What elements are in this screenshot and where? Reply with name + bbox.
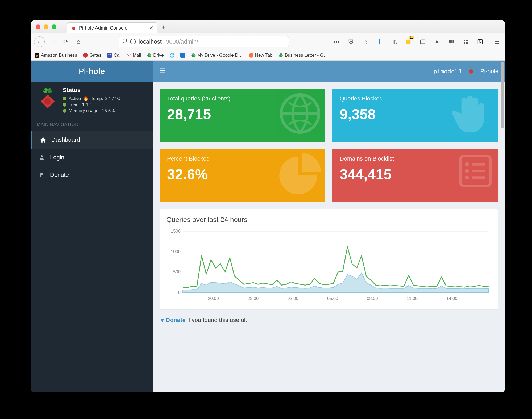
extension-badge-count: 13 — [409, 36, 414, 39]
hamburger-menu-button[interactable] — [493, 37, 502, 46]
temp-value: 27.7 °C — [105, 96, 120, 101]
piechart-icon — [277, 151, 323, 197]
svg-text:500: 500 — [173, 270, 181, 274]
card-queries-blocked[interactable]: Queries Blocked 9,358 — [332, 89, 498, 142]
status-active: Active — [69, 96, 81, 101]
bookmark-item[interactable]: Gates — [83, 53, 101, 58]
bookmark-item[interactable]: 26Cal — [107, 53, 120, 58]
home-button[interactable]: ⌂ — [74, 37, 83, 46]
bookmark-item[interactable]: Business Letter - G… — [279, 53, 328, 58]
browser-window: Pi-hole Admin Console ✕ ＋ ← → ⟳ ⌂ ⓘ loca… — [31, 20, 505, 392]
gmail-icon — [126, 53, 131, 58]
sidebar-item-label: Dashboard — [51, 136, 80, 143]
svg-text:23:00: 23:00 — [248, 296, 259, 301]
content: Total queries (25 clients) 28,715 Querie… — [153, 82, 505, 330]
donate-text: if you found this useful. — [186, 317, 247, 323]
brand-logo[interactable]: Pi-hole — [31, 61, 153, 82]
bookmark-item[interactable]: New Tab — [249, 53, 273, 58]
back-button[interactable]: ← — [34, 36, 45, 47]
pocket-icon[interactable] — [346, 37, 355, 46]
drive-icon — [147, 53, 152, 58]
donate-footer: ♥Donate if you found this useful. — [160, 317, 498, 324]
account-icon[interactable] — [433, 37, 442, 46]
overflow-ext2-icon[interactable] — [461, 37, 470, 46]
tab-close-button[interactable]: ✕ — [149, 25, 153, 31]
hostname-label[interactable]: pimodel3 — [434, 68, 462, 75]
sidebar-toggle-button[interactable] — [159, 67, 166, 76]
window-traffic-lights — [36, 24, 56, 29]
svg-text:02:00: 02:00 — [287, 296, 298, 301]
bookmark-item[interactable]: Drive — [147, 53, 164, 58]
status-panel: Status Active 🔥 Temp: 27.7 °C Load: 1 1 … — [31, 82, 153, 118]
window-minimize-button[interactable] — [44, 24, 48, 29]
svg-rect-2 — [421, 40, 425, 44]
svg-point-10 — [41, 155, 43, 157]
bookmark-label: My Drive - Google D… — [197, 53, 243, 58]
bookmark-item[interactable] — [170, 53, 174, 58]
sidebar-toggle-icon[interactable] — [418, 37, 427, 46]
brand-label[interactable]: Pi-hole — [480, 68, 498, 75]
svg-point-13 — [465, 162, 469, 166]
status-dot-icon — [63, 103, 66, 107]
reload-button[interactable]: ⟳ — [61, 37, 70, 46]
flame-icon: 🔥 — [83, 96, 89, 101]
notion-icon[interactable] — [476, 37, 485, 46]
sidebar-item-dashboard[interactable]: Dashboard — [31, 131, 153, 149]
bookmark-star-icon[interactable]: ☆ — [361, 37, 370, 46]
sidebar: Pi-hole Status Active 🔥 — [31, 61, 153, 392]
svg-text:1500: 1500 — [171, 229, 181, 233]
bookmark-item[interactable]: aAmazon Business — [35, 53, 77, 58]
sidebar-item-donate[interactable]: Donate — [31, 166, 153, 184]
window-close-button[interactable] — [36, 24, 40, 29]
svg-point-14 — [465, 169, 469, 173]
sidebar-item-login[interactable]: Login — [31, 149, 153, 166]
heart-icon: ♥ — [161, 317, 164, 323]
status-title: Status — [63, 87, 120, 94]
bookmark-label: Mail — [133, 53, 141, 58]
bookmark-label: Business Letter - G… — [285, 53, 328, 58]
svg-text:0: 0 — [178, 290, 181, 295]
scrollbar[interactable] — [501, 62, 504, 128]
window-titlebar: Pi-hole Admin Console ✕ ＋ — [31, 20, 505, 33]
donate-link[interactable]: Donate — [166, 317, 186, 323]
paypal-icon — [38, 171, 45, 178]
svg-rect-1 — [406, 39, 411, 44]
tab-title: Pi-hole Admin Console — [79, 25, 127, 31]
sidebar-item-label: Login — [50, 154, 64, 161]
meatball-icon[interactable]: ••• — [332, 37, 341, 46]
bookmark-label: Drive — [153, 53, 164, 58]
chart-panel: Queries over last 24 hours 0500100015002… — [160, 209, 498, 310]
svg-text:08:00: 08:00 — [367, 296, 378, 301]
bookmark-item[interactable]: My Drive - Google D… — [191, 53, 243, 58]
extension-badge-icon[interactable]: 13 — [404, 37, 413, 46]
svg-point-0 — [72, 27, 75, 30]
bookmark-item[interactable]: Mail — [126, 53, 141, 58]
brand-bold: hole — [89, 67, 105, 76]
svg-rect-5 — [466, 40, 468, 41]
library-icon[interactable] — [389, 37, 398, 46]
bookmark-item[interactable] — [180, 53, 185, 58]
svg-point-9 — [44, 98, 51, 105]
browser-tab[interactable]: Pi-hole Admin Console ✕ — [67, 22, 157, 33]
card-percent-blocked[interactable]: Percent Blocked 32.6% — [160, 149, 325, 202]
toolbar-right: ••• ☆ ⭳ 13 — [332, 37, 502, 46]
downloads-icon[interactable]: ⭳ — [375, 37, 384, 46]
svg-text:14:00: 14:00 — [446, 296, 457, 301]
pihole-logo-icon — [467, 66, 475, 77]
bookmark-label: Gates — [89, 53, 101, 58]
home-icon — [40, 136, 47, 143]
card-total-queries[interactable]: Total queries (25 clients) 28,715 — [160, 89, 325, 142]
nav-header: MAIN NAVIGATION — [31, 118, 153, 131]
chart-title: Queries over last 24 hours — [166, 216, 491, 224]
overflow-ext1-icon[interactable] — [447, 37, 456, 46]
browser-toolbar: ← → ⟳ ⌂ ⓘ localhost:9000/admin/ ••• ☆ ⭳ … — [31, 33, 505, 50]
window-maximize-button[interactable] — [52, 24, 56, 29]
shield-icon — [122, 38, 127, 45]
mem-label: Memory usage: — [69, 108, 100, 114]
url-bar[interactable]: ⓘ localhost:9000/admin/ — [119, 36, 289, 47]
new-tab-button[interactable]: ＋ — [160, 23, 168, 31]
load-value: 1 1 1 — [82, 102, 92, 107]
chart-canvas[interactable]: 05001000150020:0023:0002:0005:0008:0011:… — [166, 229, 491, 303]
card-domains-blocklist[interactable]: Domains on Blocklist 344,415 — [332, 149, 498, 202]
forward-button[interactable]: → — [48, 37, 57, 46]
